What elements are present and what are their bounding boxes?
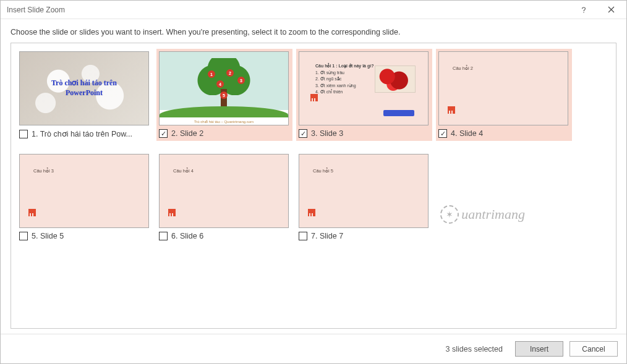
- chili-image: [375, 66, 416, 93]
- svg-point-0: [583, 12, 584, 13]
- slide-checkbox-4[interactable]: ✓: [438, 129, 447, 138]
- titlebar: Insert Slide Zoom: [1, 1, 626, 19]
- help-icon: [580, 6, 587, 14]
- apple-icon: 1: [208, 70, 215, 78]
- slide-item-5[interactable]: Câu hỏi 3 5. Slide 5: [17, 151, 153, 243]
- apple-icon: 3: [237, 77, 245, 84]
- slide-checkbox-5[interactable]: [19, 232, 28, 240]
- slide-checkbox-7[interactable]: [299, 232, 307, 240]
- apple-icon: 2: [226, 69, 234, 77]
- slide-thumbnail-7[interactable]: Câu hỏi 5: [299, 154, 429, 228]
- slides-grid: Trò chơi hái táo trên PowerPoint 1. Trò …: [15, 47, 612, 252]
- slide-item-7[interactable]: Câu hỏi 5 7. Slide 7: [296, 151, 432, 243]
- slide-item-1[interactable]: Trò chơi hái táo trên PowerPoint 1. Trò …: [17, 49, 153, 141]
- horse-icon: [168, 209, 178, 216]
- close-button[interactable]: [597, 1, 625, 19]
- slide-label-5: 5. Slide 5: [32, 232, 64, 240]
- slide-label-6: 6. Slide 6: [171, 232, 203, 240]
- slide-checkbox-1[interactable]: [19, 130, 28, 138]
- horse-icon: [308, 209, 318, 216]
- slide-label-4: 4. Slide 4: [451, 129, 483, 138]
- slide-thumbnail-2[interactable]: 1 2 3 4 5 Trò chơi hái táo – Quantrimang…: [159, 51, 289, 125]
- slide-thumbnail-4[interactable]: Câu hỏi 2: [438, 51, 568, 125]
- instruction-text: Choose the slide or slides you want to i…: [11, 28, 616, 36]
- slide3-question: Câu hỏi 1 : Loại ớt này là gì? 1. Ớt sừn…: [315, 63, 373, 96]
- slide-thumbnail-5[interactable]: Câu hỏi 3: [19, 154, 149, 228]
- slide2-caption: Trò chơi hái táo – Quantrimang.com: [160, 119, 288, 124]
- horse-icon: [310, 94, 320, 101]
- slide7-question: Câu hỏi 5: [313, 168, 333, 174]
- dialog-footer: 3 slides selected Insert Cancel: [1, 334, 626, 363]
- help-button[interactable]: [569, 1, 597, 19]
- slide-label-7: 7. Slide 7: [311, 232, 343, 240]
- slide-label-1: 1. Trò chơi hái táo trên Pow...: [32, 129, 132, 138]
- selection-status: 3 slides selected: [446, 345, 503, 353]
- slide4-question: Câu hỏi 2: [453, 66, 473, 71]
- slide-label-3: 3. Slide 3: [311, 129, 343, 138]
- slide5-question: Câu hỏi 3: [33, 168, 54, 174]
- slide-label-2: 2. Slide 2: [171, 129, 203, 138]
- slide-item-2[interactable]: 1 2 3 4 5 Trò chơi hái táo – Quantrimang…: [156, 49, 292, 141]
- slide-item-3[interactable]: Câu hỏi 1 : Loại ớt này là gì? 1. Ớt sừn…: [296, 49, 432, 141]
- insert-slide-zoom-dialog: Insert Slide Zoom Choose the slide or sl…: [0, 0, 627, 364]
- horse-icon: [448, 106, 458, 114]
- slide-checkbox-6[interactable]: [159, 232, 168, 240]
- dialog-content: Choose the slide or slides you want to i…: [1, 19, 626, 334]
- slide6-question: Câu hỏi 4: [173, 168, 194, 174]
- slide-checkbox-2[interactable]: ✓: [159, 129, 168, 138]
- apple-icon: 5: [220, 91, 228, 99]
- slide-item-6[interactable]: Câu hỏi 4 6. Slide 6: [156, 151, 292, 243]
- dialog-title: Insert Slide Zoom: [7, 6, 569, 14]
- slide-thumbnail-1[interactable]: Trò chơi hái táo trên PowerPoint: [19, 51, 149, 125]
- apple-icon: 4: [216, 80, 224, 88]
- slide3-button: [383, 110, 414, 116]
- slide-checkbox-3[interactable]: ✓: [299, 129, 307, 138]
- slide-thumbnail-3[interactable]: Câu hỏi 1 : Loại ớt này là gì? 1. Ớt sừn…: [299, 51, 429, 125]
- insert-button[interactable]: Insert: [515, 341, 563, 357]
- slide-thumbnail-6[interactable]: Câu hỏi 4: [159, 154, 289, 228]
- horse-icon: [28, 209, 38, 216]
- slide-item-4[interactable]: Câu hỏi 2 ✓ 4. Slide 4: [436, 49, 572, 141]
- cancel-button[interactable]: Cancel: [569, 341, 618, 357]
- slide1-title-text: Trò chơi hái táo trên PowerPoint: [20, 52, 148, 125]
- close-icon: [608, 6, 615, 13]
- slides-scroll-area[interactable]: Trò chơi hái táo trên PowerPoint 1. Trò …: [11, 43, 616, 329]
